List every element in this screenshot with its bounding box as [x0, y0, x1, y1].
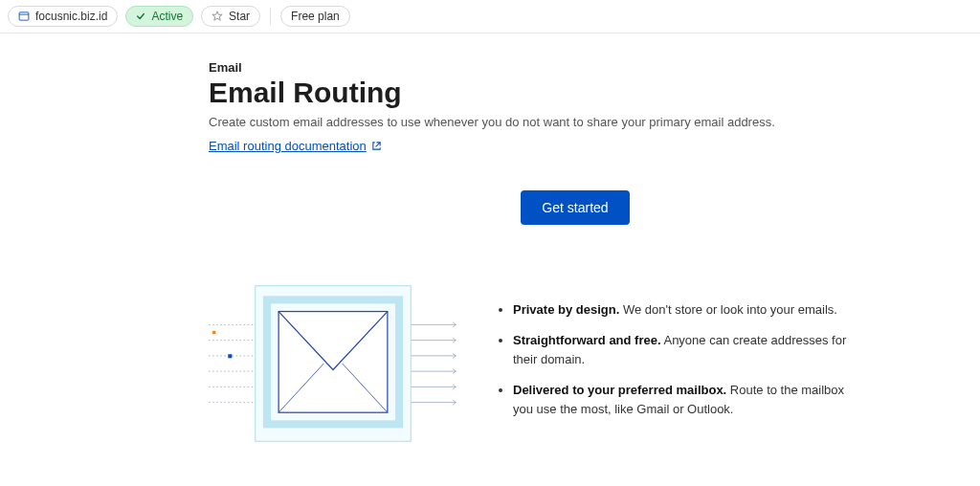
topbar: focusnic.biz.id Active Star Free plan [0, 0, 980, 33]
feature-item: Private by design. We don't store or loo… [513, 300, 859, 320]
star-pill[interactable]: Star [201, 6, 260, 27]
feature-item: Straightforward and free. Anyone can cre… [513, 331, 859, 369]
feature-list: Private by design. We don't store or loo… [496, 300, 859, 431]
doc-link-text: Email routing documentation [209, 139, 367, 153]
star-icon [212, 11, 223, 22]
cta-row: Get started [209, 190, 942, 225]
svg-rect-0 [19, 12, 29, 20]
domain-pill[interactable]: focusnic.biz.id [8, 6, 118, 27]
svg-rect-19 [278, 312, 388, 413]
breadcrumb: Email [209, 60, 942, 75]
feature-bold: Delivered to your preferred mailbox. [513, 383, 726, 397]
domain-text: focusnic.biz.id [35, 10, 107, 23]
content: Email Email Routing Create custom email … [0, 33, 980, 458]
feature-bold: Straightforward and free. [513, 333, 661, 347]
page-subtitle: Create custom email addresses to use whe… [209, 115, 942, 129]
features-row: Private by design. We don't store or loo… [209, 273, 942, 458]
star-text: Star [229, 10, 250, 23]
plan-text: Free plan [291, 10, 340, 23]
status-pill: Active [125, 6, 193, 27]
page-title: Email Routing [209, 77, 942, 109]
get-started-button[interactable]: Get started [521, 190, 629, 225]
doc-link[interactable]: Email routing documentation [209, 139, 382, 153]
divider [270, 8, 271, 25]
email-illustration [209, 273, 457, 454]
feature-item: Delivered to your preferred mailbox. Rou… [513, 381, 859, 419]
plan-pill[interactable]: Free plan [280, 6, 350, 27]
check-icon [136, 11, 145, 21]
feature-rest: We don't store or look into your emails. [619, 302, 837, 317]
website-icon [18, 11, 30, 22]
svg-line-2 [375, 143, 380, 147]
illustration-wrap [209, 273, 457, 458]
svg-rect-10 [228, 354, 232, 358]
svg-rect-9 [212, 331, 215, 334]
external-link-icon [371, 141, 382, 151]
feature-bold: Private by design. [513, 302, 619, 317]
status-text: Active [151, 10, 183, 23]
